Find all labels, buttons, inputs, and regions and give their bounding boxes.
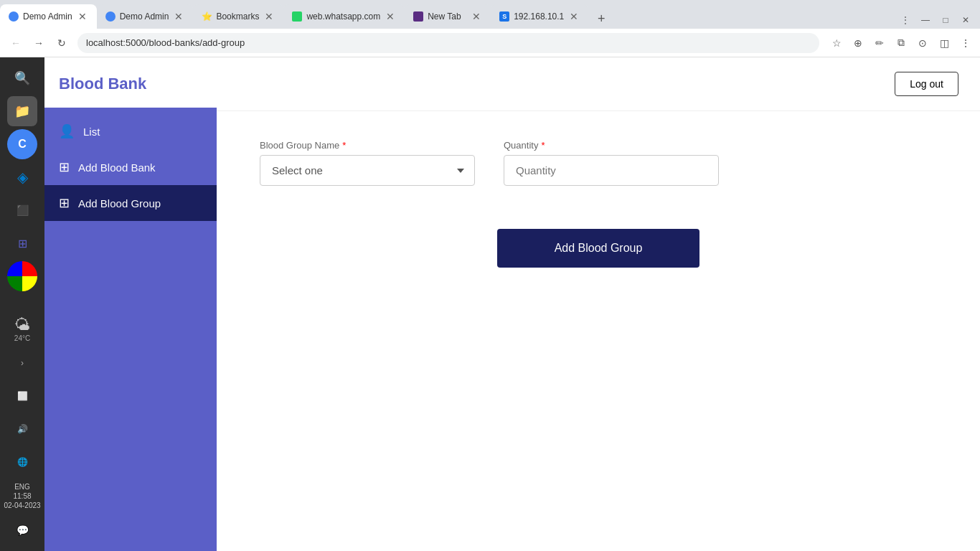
tab-demo-admin-1[interactable]: Demo Admin ✕	[0, 4, 97, 29]
back-button[interactable]: ←	[6, 33, 26, 53]
taskbar-vscode[interactable]: ◈	[7, 162, 37, 192]
quantity-input[interactable]	[504, 155, 719, 186]
tab-label-2: Demo Admin	[120, 11, 169, 22]
tab-new-tab[interactable]: New Tab ✕	[405, 4, 491, 29]
taskbar-chrome[interactable]: C	[7, 129, 37, 159]
system-time: 11:58	[13, 492, 31, 500]
add-blood-bank-icon: ⊞	[59, 159, 70, 175]
sidebar-nav: 👤 List ⊞ Add Blood Bank ⊞ Add Blood Grou…	[44, 108, 217, 551]
taskbar-display[interactable]: ⬜	[7, 381, 37, 411]
tab-close-3[interactable]: ✕	[263, 9, 275, 24]
sidebar: Blood Bank 👤 List ⊞ Add Blood Bank ⊞ Add…	[44, 57, 217, 551]
taskbar-bottom: 🌤 24°C › ⬜ 🔊 🌐 ENG 11:58 02-04-2023 💬	[1, 313, 43, 545]
nav-bar: ← → ↻ localhost:5000/blood-banks/add-gro…	[0, 29, 980, 57]
blood-group-name-label: Blood Group Name *	[260, 140, 475, 151]
taskbar-volume[interactable]: 🔊	[7, 414, 37, 444]
taskbar-chrome2[interactable]	[7, 261, 37, 291]
tab-favicon-4	[292, 11, 302, 22]
sidebar-item-add-blood-bank[interactable]: ⊞ Add Blood Bank	[44, 149, 217, 185]
sidebar-item-list-label: List	[83, 126, 100, 138]
system-date: 02-04-2023	[4, 501, 40, 509]
add-blood-group-button[interactable]: Add Blood Group	[497, 229, 700, 268]
taskbar-terminal[interactable]: ⬛	[7, 195, 37, 225]
menu-icon[interactable]: ⋮	[957, 34, 974, 52]
tab-favicon-5	[413, 11, 423, 22]
sidebar-item-add-blood-bank-label: Add Blood Bank	[78, 161, 156, 174]
taskbar-app2[interactable]: ⊞	[7, 228, 37, 258]
tab-label-5: New Tab	[428, 11, 466, 22]
tab-favicon-6: S	[499, 11, 509, 22]
weather-widget: 🌤 24°C	[11, 313, 33, 345]
forward-button[interactable]: →	[29, 33, 49, 53]
minimize-icon[interactable]: —	[917, 11, 934, 29]
tab-list-icon[interactable]: ⋮	[897, 11, 914, 29]
taskbar-chat[interactable]: 💬	[7, 515, 37, 545]
add-blood-group-icon: ⊞	[59, 195, 70, 211]
bookmark-icon[interactable]: ☆	[828, 34, 845, 52]
tab-label-1: Demo Admin	[23, 11, 72, 22]
sidebar-item-add-blood-group-label: Add Blood Group	[78, 197, 161, 209]
tab-bar: Demo Admin ✕ Demo Admin ✕ ⭐ Bookmarks ✕ …	[0, 0, 980, 29]
quantity-label: Quantity *	[504, 140, 719, 151]
browser-chrome: Demo Admin ✕ Demo Admin ✕ ⭐ Bookmarks ✕ …	[0, 0, 980, 57]
form-row: Blood Group Name * Select one A+ A- B+ B…	[260, 140, 937, 186]
extensions-icon[interactable]: ⧉	[892, 34, 910, 52]
sidebar-item-add-blood-group[interactable]: ⊞ Add Blood Group	[44, 185, 217, 221]
app-container: 🔍 📁 C ◈ ⬛ ⊞ 🌤 24°C › ⬜ 🔊 🌐 ENG 11:58 02-…	[0, 57, 980, 551]
new-tab-button[interactable]: +	[591, 9, 611, 29]
list-icon: 👤	[59, 123, 75, 139]
taskbar-network[interactable]: 🌐	[7, 447, 37, 477]
tab-favicon-3: ⭐	[202, 11, 212, 22]
tab-close-6[interactable]: ✕	[568, 9, 580, 24]
address-text: localhost:5000/blood-banks/add-group	[86, 37, 245, 48]
tab-favicon-1	[9, 11, 19, 22]
address-bar[interactable]: localhost:5000/blood-banks/add-group	[77, 33, 819, 53]
taskbar-explorer[interactable]: 📁	[7, 96, 37, 126]
tab-close-4[interactable]: ✕	[385, 9, 396, 24]
quantity-required: *	[541, 140, 545, 151]
tab-label-6: 192.168.10.1	[514, 11, 564, 22]
tab-close-2[interactable]: ✕	[173, 9, 184, 24]
tab-close-1[interactable]: ✕	[77, 9, 88, 24]
tab-label-4: web.whatsapp.com	[306, 11, 380, 22]
blood-group-name-group: Blood Group Name * Select one A+ A- B+ B…	[260, 140, 475, 186]
blood-group-name-select[interactable]: Select one A+ A- B+ B- O+ O- AB+ AB-	[260, 155, 475, 186]
weather-temp: 24°C	[14, 334, 30, 342]
tab-favicon-2	[105, 11, 116, 22]
taskbar-expand[interactable]: ›	[7, 348, 37, 378]
form-area: Blood Group Name * Select one A+ A- B+ B…	[217, 111, 980, 551]
main-content: Log out Blood Group Name * Select one A+…	[217, 57, 980, 551]
taskbar: 🔍 📁 C ◈ ⬛ ⊞ 🌤 24°C › ⬜ 🔊 🌐 ENG 11:58 02-…	[0, 57, 44, 551]
sidebar-icon[interactable]: ◫	[936, 34, 953, 52]
taskbar-search[interactable]: 🔍	[7, 63, 37, 93]
tab-192[interactable]: S 192.168.10.1 ✕	[491, 4, 588, 29]
sidebar-title: Blood Bank	[44, 57, 217, 108]
pen-icon[interactable]: ✏	[871, 34, 888, 52]
blood-group-name-required: *	[342, 140, 346, 151]
tab-bookmarks[interactable]: ⭐ Bookmarks ✕	[193, 4, 283, 29]
logout-button[interactable]: Log out	[895, 72, 958, 96]
main-header: Log out	[217, 57, 980, 111]
system-tray: ENG 11:58 02-04-2023	[1, 480, 43, 512]
profile-icon[interactable]: ⊙	[914, 34, 931, 52]
weather-icon: 🌤	[14, 316, 30, 334]
language-indicator: ENG	[14, 483, 30, 491]
tab-demo-admin-2[interactable]: Demo Admin ✕	[97, 4, 194, 29]
tab-whatsapp[interactable]: web.whatsapp.com ✕	[283, 4, 405, 29]
sidebar-item-list[interactable]: 👤 List	[44, 113, 217, 149]
close-window-icon[interactable]: ✕	[957, 11, 974, 29]
tab-close-5[interactable]: ✕	[471, 9, 482, 24]
lens-icon[interactable]: ⊕	[849, 34, 867, 52]
maximize-icon[interactable]: □	[937, 11, 954, 29]
tab-label-3: Bookmarks	[216, 11, 259, 22]
tab-bar-end: ⋮ — □ ✕	[897, 11, 980, 29]
quantity-group: Quantity *	[504, 140, 719, 186]
refresh-button[interactable]: ↻	[52, 33, 72, 53]
nav-bar-end: ☆ ⊕ ✏ ⧉ ⊙ ◫ ⋮	[828, 34, 974, 52]
